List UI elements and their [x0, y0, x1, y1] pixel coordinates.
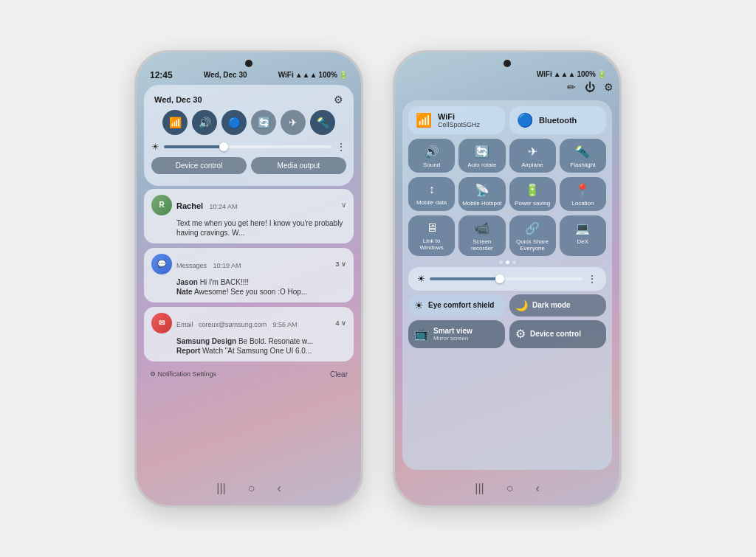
- airplane-toggle[interactable]: ✈: [281, 110, 306, 135]
- left-date: Wed, Dec 30: [204, 71, 247, 79]
- left-status-icons: WiFi ▲▲▲ 100% 🔋: [278, 71, 348, 79]
- qs-bottom-row: 📺 Smart view Mirror screen ⚙ Device cont…: [408, 320, 606, 348]
- notif-expand-icon[interactable]: ∨: [341, 201, 346, 209]
- rachel-text: Text me when you get here! I know you're…: [176, 218, 346, 238]
- left-time: 12:45: [150, 70, 173, 80]
- power-icon[interactable]: ⏻: [585, 81, 595, 93]
- qs-brightness-more[interactable]: ⋮: [587, 273, 597, 285]
- email-app-row: Email coreux@samsung.com 9:56 AM: [176, 316, 298, 330]
- right-recent-button[interactable]: ‹: [535, 482, 539, 495]
- dark-mode-tile[interactable]: 🌙 Dark mode: [509, 294, 606, 316]
- wifi-tile-label: WiFi: [438, 112, 480, 121]
- smart-view-tile[interactable]: 📺 Smart view Mirror screen: [408, 320, 505, 348]
- eye-comfort-label: Eye comfort shield: [428, 301, 494, 309]
- autorotate-tile-icon: 🔄: [475, 145, 489, 159]
- messages-header: 💬 Messages 10:19 AM 3 ∨: [151, 254, 346, 274]
- smart-view-text: Smart view Mirror screen: [433, 327, 472, 342]
- right-camera-notch: [504, 60, 511, 67]
- link-windows-tile[interactable]: 🖥 Link to Windows: [408, 215, 455, 256]
- airplane-tile-icon: ✈: [528, 145, 537, 159]
- right-back-button[interactable]: |||: [475, 482, 484, 495]
- pencil-icon[interactable]: ✏: [567, 81, 576, 93]
- camera-notch: [245, 60, 252, 67]
- notification-rachel[interactable]: R Rachel 10:24 AM ∨ Text me when you get…: [144, 189, 354, 243]
- hotspot-tile[interactable]: 📡 Mobile Hotspot: [458, 177, 505, 211]
- media-output-button[interactable]: Media output: [251, 157, 346, 174]
- phones-container: 12:45 Wed, Dec 30 WiFi ▲▲▲ 100% 🔋 Wed, D…: [134, 50, 622, 508]
- rotate-toggle[interactable]: 🔄: [251, 110, 276, 135]
- sound-tile-label: Sound: [423, 162, 440, 168]
- sound-toggle[interactable]: 🔊: [192, 110, 217, 135]
- qs-settings-icon[interactable]: ⚙: [604, 81, 614, 93]
- device-control-qs-tile[interactable]: ⚙ Device control: [509, 320, 606, 348]
- dex-icon: 💻: [575, 221, 590, 235]
- flashlight-tile[interactable]: 🔦 Flashlight: [560, 139, 606, 173]
- autorotate-tile[interactable]: 🔄 Auto rotate: [458, 139, 505, 173]
- notif-date: Wed, Dec 30: [154, 95, 202, 104]
- qs-row4: 🖥 Link to Windows 📹 Screen recorder 🔗 Qu…: [408, 215, 606, 256]
- bluetooth-tile-label: Bluetooth: [539, 116, 577, 125]
- smart-view-label: Smart view: [433, 327, 472, 335]
- notif-card-header: R Rachel 10:24 AM ∨: [151, 195, 346, 215]
- powersaving-tile[interactable]: 🔋 Power saving: [509, 177, 556, 211]
- mobiledata-icon: ↕: [429, 183, 435, 196]
- brightness-bar[interactable]: [164, 145, 331, 148]
- quickshare-tile[interactable]: 🔗 Quick Share Everyone: [509, 215, 556, 256]
- device-row: Device control Media output: [151, 157, 346, 174]
- eye-comfort-tile[interactable]: ☀ Eye comfort shield: [408, 294, 505, 316]
- recent-button[interactable]: ‹: [277, 482, 281, 495]
- qs-row2: 🔊 Sound 🔄 Auto rotate ✈ Airplane 🔦 Flash…: [408, 139, 606, 173]
- messages-time: 10:19 AM: [213, 262, 241, 269]
- bluetooth-tile[interactable]: 🔵 Bluetooth: [509, 106, 606, 134]
- hotspot-icon: 📡: [475, 183, 489, 197]
- powersaving-label: Power saving: [515, 200, 550, 207]
- eye-comfort-icon: ☀: [414, 300, 424, 311]
- smart-view-sub: Mirror screen: [433, 335, 472, 342]
- qs-brightness-bar[interactable]: [430, 277, 583, 280]
- qs-dot-1: [499, 260, 503, 264]
- flashlight-tile-icon: 🔦: [575, 145, 590, 159]
- sound-tile-icon: 🔊: [425, 145, 439, 159]
- device-control-button[interactable]: Device control: [151, 157, 247, 174]
- brightness-row: ☀ ⋮: [151, 141, 346, 153]
- settings-icon[interactable]: ⚙: [334, 94, 343, 105]
- home-button[interactable]: ○: [248, 482, 255, 495]
- bluetooth-toggle[interactable]: 🔵: [221, 110, 247, 135]
- dex-tile[interactable]: 💻 DeX: [560, 215, 606, 256]
- messages-count: 3 ∨: [335, 260, 346, 268]
- right-home-button[interactable]: ○: [506, 482, 514, 495]
- qs-dots: [408, 260, 606, 264]
- location-tile[interactable]: 📍 Location: [560, 177, 606, 211]
- wifi-tile-text: WiFi CellSpot5GHz: [438, 112, 480, 128]
- wifi-toggle[interactable]: 📶: [162, 110, 188, 135]
- quickshare-icon: 🔗: [525, 221, 540, 235]
- wifi-tile-icon: 📶: [416, 112, 432, 128]
- screenrecorder-tile[interactable]: 📹 Screen recorder: [458, 215, 505, 256]
- clear-button[interactable]: Clear: [330, 370, 348, 378]
- rachel-time: 10:24 AM: [210, 203, 238, 210]
- left-bottom-nav: ||| ○ ‹: [137, 474, 361, 505]
- wifi-tile[interactable]: 📶 WiFi CellSpot5GHz: [408, 106, 505, 134]
- airplane-tile[interactable]: ✈ Airplane: [509, 139, 556, 173]
- back-button[interactable]: |||: [216, 482, 225, 495]
- notif-header: Wed, Dec 30 ⚙: [151, 92, 346, 110]
- notification-email[interactable]: ✉ Email coreux@samsung.com 9:56 AM 4 ∨ S…: [144, 307, 354, 361]
- notification-messages[interactable]: 💬 Messages 10:19 AM 3 ∨ Jason Hi I'm BAC…: [144, 248, 354, 302]
- mobiledata-tile[interactable]: ↕ Mobile data: [408, 177, 455, 211]
- autorotate-tile-label: Auto rotate: [467, 162, 496, 168]
- flashlight-tile-label: Flashlight: [570, 162, 595, 168]
- quickshare-label: Quick Share Everyone: [512, 238, 553, 252]
- location-label: Location: [571, 200, 594, 207]
- email-title-row: Email coreux@samsung.com 9:56 AM 4 ∨: [176, 316, 346, 330]
- left-quick-panel: Wed, Dec 30 ⚙ 📶 🔊 🔵 🔄 ✈ 🔦 ☀: [144, 85, 354, 186]
- more-icon[interactable]: ⋮: [336, 141, 346, 153]
- device-control-qs-text: Device control: [530, 330, 581, 338]
- qs-dot-2: [506, 260, 509, 264]
- qs-dot-3: [512, 260, 516, 264]
- screenrecorder-label: Screen recorder: [461, 238, 502, 252]
- device-control-qs-icon: ⚙: [515, 327, 526, 341]
- sound-tile[interactable]: 🔊 Sound: [408, 139, 455, 173]
- notification-settings-button[interactable]: ⚙ Notification Settings: [150, 370, 216, 378]
- brightness-fill: [164, 145, 222, 148]
- flashlight-toggle[interactable]: 🔦: [310, 110, 335, 135]
